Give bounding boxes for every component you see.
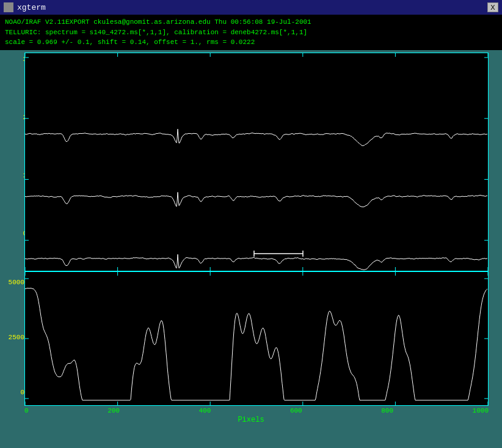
y-label-5000: 5000 [9, 279, 24, 286]
info-line-1: NOAO/IRAF V2.11EXPORT ckulesa@gnomit.as.… [5, 17, 497, 28]
x-axis-title: Pixels [0, 416, 502, 424]
x-label-1000: 1000 [473, 407, 489, 414]
bottom-plot [24, 271, 489, 406]
window-title: xgterm [17, 3, 46, 12]
main-content: NOAO/IRAF V2.11EXPORT ckulesa@gnomit.as.… [0, 15, 502, 50]
x-label-600: 600 [290, 407, 302, 414]
info-line-3: scale = 0.969 +/- 0.1, shift = 0.14, off… [5, 37, 497, 48]
y-label-2500: 2500 [9, 334, 24, 341]
x-label-400: 400 [199, 407, 211, 414]
x-axis-labels: 0 200 400 600 800 1000 [24, 406, 489, 414]
x-label-800: 800 [381, 407, 393, 414]
y-label-0b: 0 [20, 389, 24, 396]
info-line-2: TELLURIC: spectrum = s140_4272.ms[*,1,1]… [5, 28, 497, 38]
title-bar: xgterm X [0, 0, 502, 15]
app-icon [4, 2, 13, 12]
y-axis-bottom: 5000 2500 0 [2, 273, 26, 407]
x-label-200: 200 [107, 407, 120, 414]
top-plot [24, 53, 489, 271]
close-button[interactable]: X [487, 2, 498, 12]
x-label-0: 0 [24, 407, 29, 414]
